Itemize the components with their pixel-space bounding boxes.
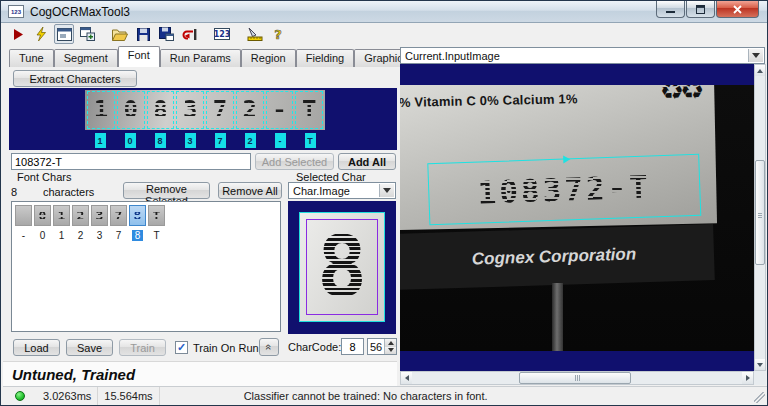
numeric-123-button[interactable]: 123 xyxy=(212,24,232,44)
sign-pole xyxy=(552,283,563,351)
segment-char-box[interactable]: 7 xyxy=(206,91,234,129)
segment-tag: T xyxy=(305,133,316,148)
selected-char-image: 8 xyxy=(299,212,385,322)
reset-button[interactable] xyxy=(179,24,199,44)
horizontal-scroll-thumb[interactable] xyxy=(519,372,631,384)
result-text-input[interactable] xyxy=(11,153,251,170)
tool-state-bar: Untuned, Trained xyxy=(3,361,397,386)
tab-fielding[interactable]: Fielding xyxy=(296,49,355,67)
font-char-tile[interactable]: 0 xyxy=(34,205,51,226)
image-source-selector[interactable]: Current.InputImage xyxy=(400,47,765,64)
segment-tag: 0 xyxy=(125,133,136,148)
segment-char-box[interactable]: 8 xyxy=(147,91,175,129)
ocr-region-text: 108372-T xyxy=(477,168,651,210)
reset-icon xyxy=(182,28,197,41)
chevron-down-icon[interactable] xyxy=(748,49,763,62)
charcode-spinner[interactable]: 56 xyxy=(367,338,397,355)
remove-all-button[interactable]: Remove All xyxy=(218,182,282,199)
ocrmax-tool-window: 123 CogOCRMaxTool3 xyxy=(0,0,768,406)
sign-text: Cognex Corporation xyxy=(472,244,637,269)
run-button[interactable] xyxy=(8,24,28,44)
segment-char-box[interactable]: - xyxy=(266,91,294,129)
save-image-button[interactable] xyxy=(156,24,176,44)
tab-tune[interactable]: Tune xyxy=(9,49,54,67)
nutrition-text: 0% Vitamin C 0% Calcium 1% xyxy=(400,91,578,110)
add-all-button[interactable]: Add All xyxy=(338,153,396,170)
font-char-tile[interactable]: 7 xyxy=(110,205,127,226)
segment-char-box[interactable]: 3 xyxy=(176,91,204,129)
maximize-button[interactable] xyxy=(686,1,715,18)
tab-region[interactable]: Region xyxy=(241,49,296,67)
save-button-toolbar[interactable] xyxy=(133,24,153,44)
spinner-down-button[interactable] xyxy=(385,347,396,355)
spinner-up-button[interactable] xyxy=(385,339,396,347)
font-char-tile[interactable]: - xyxy=(15,205,32,226)
float-window-button[interactable] xyxy=(77,24,97,44)
svg-text:?: ? xyxy=(274,27,282,41)
remove-selected-button[interactable]: Remove Selected xyxy=(123,182,210,199)
tool-state-text: Untuned, Trained xyxy=(12,366,135,383)
charcode-input[interactable] xyxy=(341,338,364,355)
current-display-icon xyxy=(57,28,72,41)
minimize-button[interactable] xyxy=(656,1,685,18)
scroll-left-button[interactable] xyxy=(401,372,412,384)
segment-tag: 3 xyxy=(185,133,196,148)
vertical-scroll-thumb[interactable] xyxy=(755,160,765,265)
add-selected-button[interactable]: Add Selected xyxy=(255,153,334,170)
scroll-right-button[interactable] xyxy=(742,372,753,384)
save-image-icon xyxy=(159,27,174,41)
help-button[interactable]: ? xyxy=(268,24,288,44)
electric-run-button[interactable] xyxy=(31,24,51,44)
title-bar[interactable]: 123 CogOCRMaxTool3 xyxy=(1,1,767,23)
font-char-label: T xyxy=(148,230,165,241)
font-char-tile[interactable]: 2 xyxy=(72,205,89,226)
tab-segment[interactable]: Segment xyxy=(54,49,118,67)
measure-button[interactable] xyxy=(245,24,265,44)
font-chars-title: Font Chars xyxy=(17,171,71,183)
chevron-down-icon[interactable] xyxy=(379,184,394,197)
segment-tag: 1 xyxy=(95,133,106,148)
save-button[interactable]: Save xyxy=(66,339,113,356)
segment-char-box[interactable]: 1 xyxy=(87,91,115,129)
char-view-selector[interactable]: Char.Image xyxy=(288,182,396,199)
selected-char-view[interactable]: 8 xyxy=(288,201,396,334)
segment-tag: 7 xyxy=(215,133,226,148)
tab-run-params[interactable]: Run Params xyxy=(160,49,241,67)
font-char-tile[interactable]: T xyxy=(148,205,165,226)
app-icon: 123 xyxy=(8,5,24,18)
extract-characters-button[interactable]: Extract Characters xyxy=(13,70,137,87)
show-current-display-button[interactable] xyxy=(54,24,74,44)
tab-font[interactable]: Font xyxy=(118,46,160,67)
segmentation-image-view[interactable]: 1 0 8 3 7 2 - T 1 0 8 3 7 2 - T xyxy=(9,88,397,150)
resize-grip[interactable] xyxy=(754,392,765,403)
train-on-run-checkbox[interactable] xyxy=(175,341,188,354)
image-margin-band xyxy=(400,351,754,371)
font-char-label: 3 xyxy=(91,230,108,241)
input-image-view[interactable]: 0% Vitamin C 0% Calcium 1% ♻♻ 108372-T C… xyxy=(400,64,754,371)
font-char-tile[interactable]: 1 xyxy=(53,205,70,226)
font-char-label: - xyxy=(15,230,32,241)
font-char-list[interactable]: - 0 1 2 3 7 8 T - 0 1 2 3 7 8 T xyxy=(11,201,281,332)
horizontal-scrollbar[interactable] xyxy=(400,371,754,385)
status-time-1: 3.0263ms xyxy=(37,387,98,405)
sign-board: Cognex Corporation xyxy=(400,224,715,290)
segment-char-box[interactable]: T xyxy=(295,91,323,129)
segment-char-box[interactable]: 0 xyxy=(117,91,145,129)
charcode-label: CharCode: xyxy=(288,341,341,353)
scroll-up-button[interactable] xyxy=(755,65,765,76)
scroll-down-button[interactable] xyxy=(755,359,765,370)
help-icon: ? xyxy=(272,27,284,41)
train-button[interactable]: Train xyxy=(119,339,166,356)
open-file-button[interactable] xyxy=(110,24,130,44)
collapse-panel-button[interactable] xyxy=(259,338,279,356)
close-button[interactable] xyxy=(716,1,759,18)
product-label: 0% Vitamin C 0% Calcium 1% ♻♻ 108372-T xyxy=(400,85,717,230)
char-bounds-rect xyxy=(306,219,378,315)
segment-char-box[interactable]: 2 xyxy=(236,91,264,129)
svg-text:123: 123 xyxy=(214,30,230,39)
font-char-tile-selected[interactable]: 8 xyxy=(129,205,146,226)
load-button[interactable]: Load xyxy=(13,339,60,356)
font-char-label: 0 xyxy=(34,230,51,241)
font-char-tile[interactable]: 3 xyxy=(91,205,108,226)
vertical-scrollbar[interactable] xyxy=(754,64,766,371)
